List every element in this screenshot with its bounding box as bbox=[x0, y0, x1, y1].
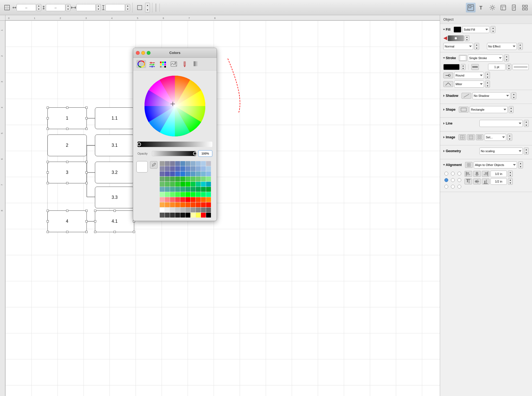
diagram-node-3-2[interactable]: 3.2 bbox=[95, 162, 134, 183]
diagram-node-4-1[interactable]: 4.1 bbox=[95, 210, 134, 232]
swatch-cell[interactable] bbox=[185, 161, 190, 166]
line-stepper[interactable]: ▲ ▼ bbox=[524, 120, 529, 127]
swatch-cell[interactable] bbox=[191, 166, 196, 171]
fill-slider-down[interactable]: ▼ bbox=[465, 38, 469, 41]
toolbar-x-input[interactable]: 1 25/6 bbox=[17, 4, 36, 11]
swatch-cell[interactable] bbox=[160, 213, 165, 218]
toolbar-w-stepper[interactable]: ▲ ▼ bbox=[96, 4, 101, 11]
canvas-content[interactable]: 1 1.1 2 3.1 bbox=[5, 21, 440, 396]
toolbar-w-input[interactable]: 1 25/6 bbox=[76, 4, 96, 11]
toolbar-y-down[interactable]: ▼ bbox=[66, 8, 70, 11]
swatch-cell[interactable] bbox=[175, 213, 180, 218]
swatch-cell[interactable] bbox=[175, 161, 180, 166]
swatch-cell[interactable] bbox=[180, 177, 185, 181]
diagram-node-4[interactable]: 4 bbox=[47, 210, 87, 232]
swatch-cell[interactable] bbox=[165, 202, 170, 207]
swatch-cell[interactable] bbox=[201, 187, 206, 192]
shadow-icon[interactable] bbox=[462, 93, 471, 99]
handle-tl-3[interactable] bbox=[47, 161, 49, 163]
geometry-section-header[interactable]: Geometry No scaling Scale ▲ ▼ bbox=[443, 148, 529, 155]
swatch-cell[interactable] bbox=[175, 197, 180, 202]
handle-tl-4[interactable] bbox=[47, 210, 49, 212]
image-icon3[interactable] bbox=[476, 134, 483, 140]
handle-bl-4-1[interactable] bbox=[94, 231, 96, 233]
geometry-scaling-select[interactable]: No scaling Scale bbox=[479, 148, 523, 155]
handle-br-3[interactable] bbox=[85, 182, 88, 184]
stroke-type-select[interactable]: Single Stroke Double Stroke bbox=[468, 55, 503, 62]
toolbar-shape-btn[interactable] bbox=[135, 3, 145, 12]
swatch-cell[interactable] bbox=[180, 207, 185, 212]
swatch-cell[interactable] bbox=[160, 207, 165, 212]
fill-type-up[interactable]: ▲ bbox=[491, 26, 495, 30]
diagram-node-3-1[interactable]: 3.1 bbox=[95, 135, 134, 156]
align-dot-0-2[interactable] bbox=[457, 172, 461, 175]
stroke-join-up[interactable]: ▲ bbox=[485, 81, 490, 84]
swatch-cell[interactable] bbox=[175, 187, 180, 192]
align-top-button[interactable] bbox=[464, 178, 472, 184]
swatch-cell[interactable] bbox=[175, 202, 180, 207]
handle-bm-4[interactable] bbox=[66, 231, 68, 233]
swatch-cell[interactable] bbox=[175, 171, 180, 176]
shadow-down[interactable]: ▼ bbox=[512, 96, 516, 99]
swatch-cell[interactable] bbox=[165, 187, 170, 192]
fill-slider-up[interactable]: ▲ bbox=[465, 36, 469, 38]
swatch-cell[interactable] bbox=[160, 177, 165, 181]
swatch-cell[interactable] bbox=[196, 182, 201, 187]
swatch-cell[interactable] bbox=[185, 182, 190, 187]
diagram-node-3-3[interactable]: 3.3 bbox=[95, 187, 134, 208]
color-wheel-wrapper[interactable] bbox=[144, 75, 206, 137]
toolbar-shape-down[interactable]: ▼ bbox=[145, 8, 150, 12]
swatch-cell[interactable] bbox=[196, 177, 201, 181]
swatch-cell[interactable] bbox=[206, 182, 211, 187]
swatch-cell[interactable] bbox=[180, 161, 185, 166]
swatch-cell[interactable] bbox=[175, 166, 180, 171]
handle-mr-1[interactable] bbox=[85, 117, 88, 119]
swatch-cell[interactable] bbox=[196, 213, 201, 218]
toolbar-h-down[interactable]: ▼ bbox=[126, 8, 130, 11]
swatch-cell[interactable] bbox=[165, 207, 170, 212]
handle-tm-4-1[interactable] bbox=[114, 210, 116, 212]
handle-tm-3[interactable] bbox=[66, 161, 68, 163]
swatch-cell[interactable] bbox=[206, 166, 211, 171]
handle-br-4-1[interactable] bbox=[133, 231, 135, 233]
image-stepper[interactable]: ▲ ▼ bbox=[507, 134, 512, 141]
swatch-cell[interactable] bbox=[170, 202, 175, 207]
swatch-cell[interactable] bbox=[165, 177, 170, 181]
swatch-cell[interactable] bbox=[160, 171, 165, 176]
swatch-cell[interactable] bbox=[191, 192, 196, 197]
blend-mode-select[interactable]: Normal Multiply bbox=[443, 43, 473, 50]
stroke-color-up[interactable]: ▲ bbox=[461, 64, 465, 67]
handle-mr-3[interactable] bbox=[85, 171, 88, 174]
stroke-cap-stepper[interactable]: ▲ ▼ bbox=[485, 72, 490, 79]
v-spacing-input[interactable] bbox=[491, 178, 507, 185]
toolbar-h-input[interactable]: 89/12 bbox=[105, 4, 125, 11]
v-spacing-down[interactable]: ▼ bbox=[508, 181, 512, 184]
swatch-cell[interactable] bbox=[170, 171, 175, 176]
swatch-cell[interactable] bbox=[185, 192, 190, 197]
swatch-cell[interactable] bbox=[191, 182, 196, 187]
alignment-section-header[interactable]: Alignment Align to Other Objects Align t… bbox=[443, 161, 529, 168]
tab-color-wheel[interactable] bbox=[136, 60, 146, 68]
blend-mode-stepper[interactable]: ▲ ▼ bbox=[474, 43, 479, 50]
h-spacing-up[interactable]: ▲ bbox=[508, 171, 512, 174]
color-preview[interactable] bbox=[136, 161, 148, 173]
toolbar-y-up[interactable]: ▲ bbox=[66, 4, 70, 8]
stroke-width-input[interactable] bbox=[488, 64, 505, 70]
swatch-cell[interactable] bbox=[185, 166, 190, 171]
canvas-area[interactable]: 0 1 2 3 4 5 6 7 8 1 2 3 4 5 6 7 8 bbox=[0, 15, 440, 396]
fill-gradient-slider[interactable] bbox=[448, 35, 464, 41]
handle-bl-3[interactable] bbox=[47, 182, 49, 184]
swatch-cell[interactable] bbox=[170, 207, 175, 212]
swatch-cell[interactable] bbox=[196, 192, 201, 197]
handle-bm-3[interactable] bbox=[66, 182, 68, 184]
toolbar-x-up[interactable]: ▲ bbox=[37, 4, 41, 8]
toolbar-selection-tool[interactable] bbox=[2, 3, 12, 12]
swatch-cell[interactable] bbox=[196, 207, 201, 212]
alignment-stepper[interactable]: ▲ ▼ bbox=[518, 161, 523, 168]
toolbar-inspector-btn[interactable] bbox=[498, 3, 508, 12]
shape-down[interactable]: ▼ bbox=[509, 110, 513, 113]
toolbar-object-inspector-btn[interactable] bbox=[466, 3, 476, 12]
diagram-node-1-1[interactable]: 1.1 bbox=[95, 107, 134, 129]
toolbar-text-btn[interactable]: T bbox=[477, 3, 486, 12]
swatch-cell[interactable] bbox=[191, 213, 196, 218]
